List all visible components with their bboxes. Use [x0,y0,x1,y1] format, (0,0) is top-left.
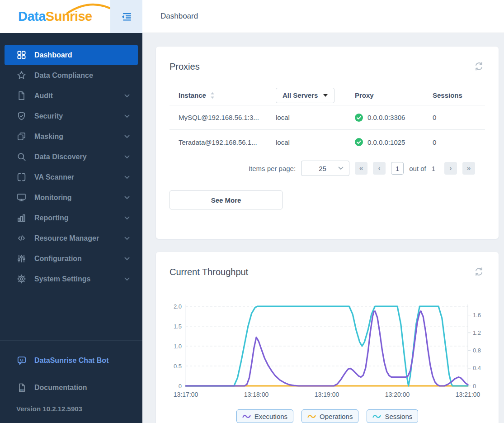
svg-text:0: 0 [473,383,476,390]
items-per-page-label: Items per page: [249,165,296,172]
chat-bot-link[interactable]: DataSunrise Chat Bot [0,350,142,371]
sidebar-item-label: VA Scanner [34,173,124,181]
main-content: Proxies Instance [142,33,504,423]
sidebar-item-security[interactable]: Security [5,106,138,126]
sidebar-item-va-scanner[interactable]: VA Scanner [5,167,138,187]
chevron-down-icon [124,176,130,179]
last-page-button[interactable]: » [462,162,475,175]
chevron-down-icon [124,94,130,98]
svg-text:13:19:00: 13:19:00 [315,391,339,398]
server-filter-value: All Servers [283,91,318,99]
sidebar-item-masking[interactable]: Masking [5,126,138,147]
code-icon [16,233,27,243]
proxy-address: 0.0.0.0:1025 [367,138,405,146]
sidebar: Dashboard Data Compliance Audit Sec [0,33,142,423]
see-more-button[interactable]: See More [170,190,283,209]
svg-text:1.2: 1.2 [473,329,481,336]
sidebar-item-data-compliance[interactable]: Data Compliance [5,65,138,86]
outdent-icon [120,10,133,24]
chevron-down-icon [124,155,130,159]
sidebar-item-label: Reporting [34,214,124,222]
current-page-input[interactable] [391,162,404,175]
page-header: Dashboard [142,0,504,33]
doc-file-icon: DOC [16,382,27,393]
sessions-cell: 0 [433,138,485,146]
proxies-refresh-button[interactable] [473,60,485,74]
search-icon [16,152,27,162]
svg-text:13:21:00: 13:21:00 [456,391,480,398]
svg-text:0.4: 0.4 [473,365,481,371]
svg-text:1.5: 1.5 [174,323,182,330]
sidebar-item-configuration[interactable]: Configuration [5,248,138,269]
chat-bot-label: DataSunrise Chat Bot [34,356,108,365]
sessions-cell: 0 [433,114,485,121]
prev-page-button[interactable]: ‹ [373,162,386,175]
column-header-instance: Instance [179,91,206,99]
svg-text:13:17:00: 13:17:00 [174,391,198,398]
logo-text-sunrise: Sunrise [46,9,92,24]
throughput-refresh-button[interactable] [473,266,485,279]
svg-text:0: 0 [179,383,182,390]
svg-text:2.0: 2.0 [174,303,182,310]
throughput-chart: 00.51.01.52.000.40.81.21.613:17:0013:18:… [170,302,485,400]
sliders-icon [16,253,27,264]
chevron-down-icon [124,114,130,118]
sidebar-item-dashboard[interactable]: Dashboard [5,45,138,65]
sidebar-item-data-discovery[interactable]: Data Discovery [5,147,138,167]
sidebar-item-monitoring[interactable]: Monitoring [5,187,138,208]
sidebar-item-system-settings[interactable]: System Settings [5,269,138,289]
sort-icon[interactable] [210,92,215,99]
svg-text:13:20:00: 13:20:00 [385,391,410,398]
app-window: DataSunrise Dashboard Dashboard [0,0,504,423]
table-row[interactable]: MySQL@192.168.56.1:3... local 0.0.0.0:33… [170,105,485,130]
shield-icon [16,111,27,121]
page-title: Dashboard [160,12,198,21]
server-filter-dropdown[interactable]: All Servers [276,88,334,103]
column-header-proxy: Proxy [355,91,433,99]
monitor-icon [16,192,27,203]
sidebar-item-label: Data Discovery [34,153,124,161]
sidebar-item-label: Security [34,112,124,120]
sidebar-item-label: Audit [34,92,124,100]
proxies-card: Proxies Instance [156,47,499,239]
server-cell: local [276,138,355,146]
legend-sessions-button[interactable]: Sessions [367,409,418,423]
sidebar-item-label: Configuration [34,255,124,263]
chevron-down-icon [124,277,130,281]
proxy-address: 0.0.0.0:3306 [367,114,405,121]
sidebar-item-reporting[interactable]: Reporting [5,208,138,228]
gear-icon [16,274,27,284]
grid-icon [16,50,27,60]
copy-icon [16,131,27,142]
sidebar-item-label: Resource Manager [34,234,124,242]
table-row[interactable]: Teradata@192.168.56.1... local 0.0.0.0:1… [170,130,485,154]
chat-bot-icon [16,355,27,366]
status-ok-icon [355,138,363,146]
sidebar-item-resource-manager[interactable]: Resource Manager [5,228,138,248]
sidebar-item-audit[interactable]: Audit [5,86,138,106]
chevron-down-icon [124,216,130,220]
svg-text:1.6: 1.6 [473,312,481,318]
items-per-page-select[interactable]: 25 [301,161,349,176]
chevron-down-icon [124,196,130,200]
sidebar-item-label: Masking [34,133,124,141]
sidebar-nav: Dashboard Data Compliance Audit Sec [0,33,142,289]
out-of-label: out of [409,165,426,172]
datasunrise-logo[interactable]: DataSunrise [18,0,92,33]
sidebar-item-label: System Settings [34,275,124,283]
legend-operations-button[interactable]: Operations [301,409,358,423]
throughput-card: Current Throughput 00.51.01.52.000.40.81… [156,252,499,423]
next-page-button[interactable]: › [444,162,457,175]
sidebar-item-label: Data Compliance [34,71,132,80]
proxies-table-header: Instance All Servers Proxy Sessions [170,86,485,105]
first-page-button[interactable]: « [355,162,367,175]
sidebar-footer: DataSunrise Chat Bot DOC Documentation V… [0,340,142,423]
svg-text:1.0: 1.0 [174,343,182,350]
svg-text:DOC: DOC [19,388,25,391]
legend-executions-button[interactable]: Executions [236,409,293,423]
documentation-link[interactable]: DOC Documentation [0,377,142,399]
sidebar-collapse-button[interactable] [110,0,142,33]
wave-icon [307,413,316,419]
version-label: Version 10.2.12.5903 [16,405,142,413]
scan-icon [16,172,27,182]
